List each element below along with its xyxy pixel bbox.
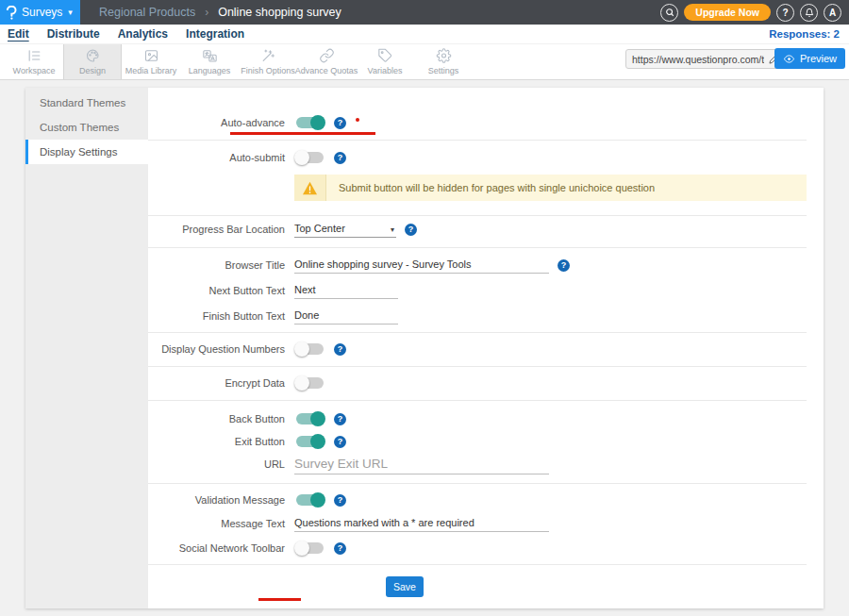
tab-edit[interactable]: Edit <box>8 27 29 41</box>
product-switcher[interactable]: Surveys ▾ <box>0 0 80 25</box>
toolbar-item-settings[interactable]: Settings <box>414 44 473 79</box>
survey-url-field[interactable]: https://www.questionpro.com/t/APNrFZ <box>625 49 786 69</box>
upgrade-now-button[interactable]: Upgrade Now <box>684 4 771 21</box>
tab-distribute[interactable]: Distribute <box>47 27 100 41</box>
bell-icon <box>805 8 814 18</box>
chevron-down-icon: ▾ <box>68 8 73 17</box>
chevron-down-icon: ▾ <box>391 225 394 234</box>
annotation-underline-auto-advance <box>230 132 375 135</box>
help-icon[interactable]: ? <box>558 259 570 272</box>
display-question-numbers-label: Display Question Numbers <box>148 343 285 355</box>
tag-icon <box>377 48 393 63</box>
warning-triangle-icon <box>302 181 318 195</box>
sidebar-item-standard-themes[interactable]: Standard Themes <box>25 91 148 115</box>
exit-url-label: URL <box>148 458 285 470</box>
toolbar-item-media-library[interactable]: Media Library <box>122 44 180 79</box>
back-button-toggle[interactable] <box>296 413 324 425</box>
back-button-label: Back Button <box>148 413 285 425</box>
social-network-toolbar-toggle[interactable] <box>296 542 324 554</box>
back-button-row: Back Button ? <box>148 408 807 430</box>
sidebar-item-display-settings[interactable]: Display Settings <box>25 140 148 164</box>
annotation-underline-save <box>258 598 301 601</box>
auto-submit-row: Auto-submit ? <box>148 146 807 169</box>
search-icon <box>665 8 674 17</box>
help-button[interactable]: ? <box>776 4 794 22</box>
help-icon[interactable]: ? <box>334 343 346 356</box>
progress-bar-location-select[interactable]: Top Center ▾ <box>294 221 396 238</box>
toolbar-item-workspace[interactable]: Workspace <box>5 44 63 79</box>
exit-url-input[interactable] <box>294 455 549 474</box>
social-network-toolbar-row: Social Network Toolbar ? <box>148 537 807 559</box>
divider <box>148 215 807 216</box>
message-text-input[interactable] <box>294 515 549 532</box>
encrypt-data-row: Encrypt Data <box>148 372 807 394</box>
next-button-text-row: Next Button Text <box>148 279 807 302</box>
survey-nav: Edit Distribute Analytics Integration Re… <box>0 25 849 44</box>
notifications-button[interactable] <box>800 4 818 22</box>
next-button-text-input[interactable] <box>294 282 398 299</box>
preview-button[interactable]: Preview <box>774 48 845 69</box>
toggle-knob <box>310 115 325 130</box>
toggle-knob <box>310 492 325 508</box>
divider <box>148 564 807 565</box>
annotation-red-dot <box>356 118 359 122</box>
survey-url-value: https://www.questionpro.com/t/APNrFZ <box>632 54 764 65</box>
toggle-knob <box>294 150 309 165</box>
auto-advance-toggle[interactable] <box>296 117 324 128</box>
save-button[interactable]: Save <box>386 576 424 597</box>
display-question-numbers-row: Display Question Numbers ? <box>148 338 807 360</box>
toggle-knob <box>294 541 309 556</box>
help-icon[interactable]: ? <box>334 152 346 164</box>
help-icon[interactable]: ? <box>334 117 346 129</box>
help-icon[interactable]: ? <box>334 413 346 425</box>
display-settings-form: Auto-advance ? Auto-submit ? Submit butt… <box>148 88 824 608</box>
questionpro-logo <box>6 6 17 20</box>
palette-icon <box>85 48 101 63</box>
auto-submit-toggle[interactable] <box>296 152 324 163</box>
finish-button-text-input[interactable] <box>294 308 398 325</box>
tab-integration[interactable]: Integration <box>186 27 244 41</box>
social-network-toolbar-label: Social Network Toolbar <box>148 542 285 554</box>
breadcrumb-folder[interactable]: Regional Products <box>99 6 195 19</box>
browser-title-row: Browser Title ? <box>148 254 807 276</box>
toolbar-item-finish-options[interactable]: Finish Options <box>239 44 297 79</box>
browser-title-input[interactable] <box>294 257 549 274</box>
display-settings-panel: Standard Themes Custom Themes Display Se… <box>25 88 824 608</box>
finish-button-text-label: Finish Button Text <box>148 310 285 322</box>
encrypt-data-toggle[interactable] <box>296 377 324 389</box>
help-icon[interactable]: ? <box>334 542 346 555</box>
finish-button-text-row: Finish Button Text <box>148 305 807 327</box>
help-icon[interactable]: ? <box>405 224 417 236</box>
validation-message-toggle[interactable] <box>296 494 324 506</box>
toolbar-item-advance-quotas[interactable]: Advance Quotas <box>297 44 356 79</box>
divider <box>148 483 807 484</box>
toggle-knob <box>294 375 309 391</box>
warning-text: Submit button will be hidden for pages w… <box>326 182 655 193</box>
search-button[interactable] <box>660 4 678 22</box>
divider <box>148 400 807 401</box>
next-button-text-label: Next Button Text <box>148 285 285 296</box>
sidebar-item-custom-themes[interactable]: Custom Themes <box>25 115 148 140</box>
chain-link-icon <box>319 48 335 63</box>
tab-analytics[interactable]: Analytics <box>118 27 168 41</box>
breadcrumb: Regional Products › Online shopping surv… <box>99 6 341 19</box>
help-icon[interactable]: ? <box>334 436 346 448</box>
header-actions: Upgrade Now ? A <box>660 4 849 22</box>
encrypt-data-label: Encrypt Data <box>148 377 285 389</box>
toolbar-item-design[interactable]: Design <box>63 44 122 79</box>
display-question-numbers-toggle[interactable] <box>296 343 324 355</box>
magic-wand-icon <box>260 48 276 63</box>
toolbar-item-languages[interactable]: Languages <box>180 44 239 79</box>
auto-submit-label: Auto-submit <box>148 152 285 163</box>
workspace-icon <box>26 48 42 63</box>
toolbar-item-variables[interactable]: Variables <box>356 44 414 79</box>
warning-icon-cell <box>294 175 326 201</box>
help-icon[interactable]: ? <box>334 494 346 507</box>
toggle-knob <box>310 434 325 449</box>
progress-bar-location-row: Progress Bar Location Top Center ▾ ? <box>148 218 807 241</box>
message-text-row: Message Text <box>148 512 807 535</box>
validation-message-row: Validation Message ? <box>148 489 807 511</box>
responses-count[interactable]: Responses: 2 <box>769 28 841 40</box>
exit-button-toggle[interactable] <box>296 436 324 447</box>
account-button[interactable]: A <box>824 4 841 22</box>
